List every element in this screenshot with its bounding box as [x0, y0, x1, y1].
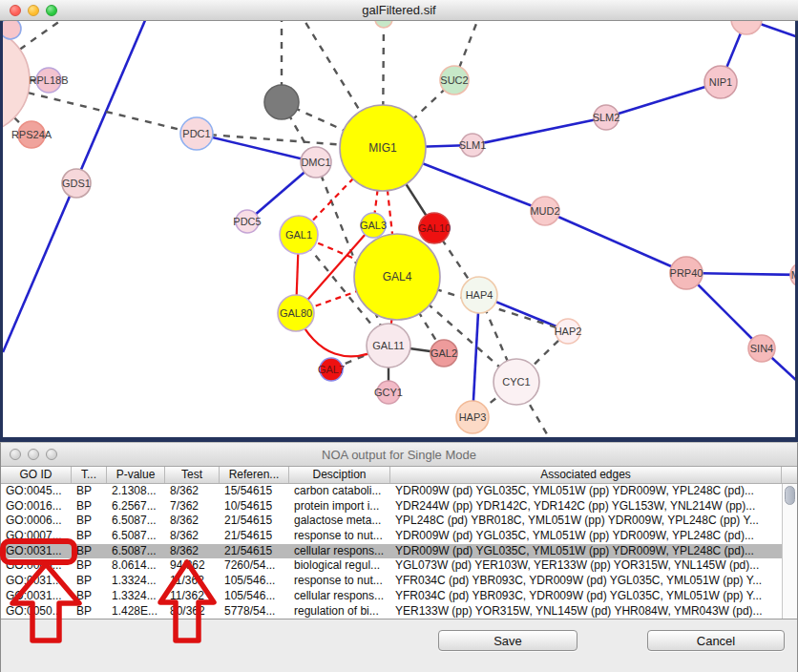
cell: 8/362 [165, 544, 220, 559]
table-header-row: GO IDT...P-valueTestReferen...Desciption… [1, 467, 797, 484]
cell: BP [72, 484, 107, 499]
node-label-GAL4: GAL4 [383, 270, 412, 284]
node-label-MSN: MSN [791, 269, 795, 281]
cell: 1.428E... [107, 604, 165, 620]
cell: GO:0031... [1, 574, 72, 589]
network-canvas[interactable]: RPL18BRPS24AGDS1PDC1MIG1SUC2SLM1DMC1NIP1… [0, 21, 798, 442]
cell: response to nut... [289, 574, 390, 589]
cell: 6.2567... [107, 499, 165, 514]
column-header-1[interactable]: T... [72, 467, 107, 483]
column-header-4[interactable]: Referen... [220, 467, 289, 483]
noa-window-titlebar: NOA output for Single Mode [1, 443, 797, 467]
node-label-GAL3: GAL3 [360, 220, 387, 231]
graph-window-titlebar: galFiltered.sif [0, 0, 798, 21]
cell: 10/54615 [220, 499, 289, 514]
cell: 7/362 [165, 499, 220, 514]
table-row-5[interactable]: GO:0065...BP8.0614...94/3627260/54...bio… [1, 558, 797, 574]
column-header-3[interactable]: Test [165, 467, 220, 483]
column-header-filler [782, 467, 797, 483]
node-label-PRP40: PRP40 [670, 267, 704, 279]
close-button[interactable] [10, 5, 21, 16]
node-label-GAL10: GAL10 [418, 222, 451, 234]
cell: 1.3324... [107, 589, 165, 604]
cell: protein import i... [289, 499, 390, 514]
node-label-GAL1: GAL1 [285, 229, 312, 241]
table-row-8[interactable]: GO:0050...BP1.428E...80/3625778/54...reg… [1, 604, 797, 620]
cell: YFR034C (pd) YBR093C, YDR009W (pd) YGL03… [390, 574, 782, 589]
node-topgreen[interactable] [375, 21, 392, 28]
cell: YDR009W (pd) YGL035C, YML051W (pp) YDR00… [390, 529, 782, 544]
node-label-GAL11: GAL11 [372, 340, 404, 351]
node-label-RPS24A: RPS24A [11, 129, 52, 140]
node-label-GAL2: GAL2 [430, 347, 457, 359]
cell: GO:0031... [1, 589, 72, 604]
column-header-0[interactable]: GO ID [1, 467, 72, 483]
node-label-SLM1: SLM1 [459, 139, 487, 151]
edge-pp_blue[interactable] [606, 82, 721, 117]
cell: 11/362 [165, 574, 220, 589]
cell: 5778/54... [220, 604, 289, 620]
cell: 6.5087... [107, 544, 165, 559]
cell: GO:0031... [1, 544, 72, 559]
node-toppink[interactable] [731, 21, 762, 34]
cell: YPL248C (pd) YBR018C, YML051W (pp) YDR00… [390, 514, 782, 529]
node-label-HAP3: HAP3 [459, 411, 487, 423]
cell: BP [72, 514, 107, 529]
node-label-MUD2: MUD2 [530, 205, 559, 217]
noa-window-title: NOA output for Single Mode [1, 443, 797, 467]
cell: BP [72, 589, 107, 604]
column-header-2[interactable]: P-value [107, 467, 165, 483]
cell: 94/362 [165, 558, 220, 574]
cell: YDR009W (pd) YGL035C, YML051W (pp) YDR00… [390, 544, 782, 559]
minimize-button[interactable] [28, 5, 39, 16]
node-label-HAP2: HAP2 [555, 326, 582, 337]
noa-results-table: GO IDT...P-valueTestReferen...Desciption… [1, 467, 797, 620]
save-button[interactable]: Save [438, 630, 578, 651]
table-row-4[interactable]: GO:0031...BP6.5087...8/36221/54615cellul… [1, 544, 797, 559]
table-row-6[interactable]: GO:0031...BP1.3324...11/362105/546...res… [1, 574, 797, 589]
node-label-SUC2: SUC2 [440, 74, 468, 86]
table-row-0[interactable]: GO:0045...BP2.1308...8/36215/54615carbon… [1, 484, 797, 499]
scrollbar-thumb[interactable] [785, 486, 795, 505]
vertical-scrollbar[interactable] [782, 484, 797, 619]
cell: carbon cataboli... [289, 484, 390, 499]
cell: YER133W (pp) YOR315W, YNL145W (pd) YHR08… [390, 604, 782, 620]
cell: 8/362 [165, 529, 220, 544]
cell: YFR034C (pd) YBR093C, YDR009W (pd) YGL03… [390, 589, 782, 604]
node-label-SLM2: SLM2 [593, 112, 620, 123]
table-row-3[interactable]: GO:0007...BP6.5087...8/36221/54615respon… [1, 529, 797, 544]
cancel-button[interactable]: Cancel [647, 630, 785, 651]
cell: response to nut... [289, 529, 390, 544]
node-bigleft[interactable] [3, 27, 30, 134]
table-row-7[interactable]: GO:0031...BP1.3324...11/362105/546...cel… [1, 589, 797, 604]
node-label-GAL80: GAL80 [280, 307, 312, 319]
noa-window: NOA output for Single Mode GO IDT...P-va… [0, 442, 798, 672]
cell: 6.5087... [107, 529, 165, 544]
node-graynode[interactable] [264, 85, 299, 119]
cell: 6.5087... [107, 514, 165, 529]
table-row-1[interactable]: GO:0016...BP6.2567...7/36210/54615protei… [1, 499, 797, 514]
cell: 15/54615 [220, 484, 289, 499]
minimize-button-inactive[interactable] [28, 449, 39, 460]
maximize-button[interactable] [46, 5, 57, 16]
close-button-inactive[interactable] [10, 449, 21, 460]
column-header-6[interactable]: Associated edges [390, 467, 782, 483]
edge-pp_blue[interactable] [545, 211, 686, 273]
node-label-MIG1: MIG1 [368, 141, 397, 155]
node-corner[interactable] [3, 21, 21, 39]
cell: 21/54615 [220, 514, 289, 529]
cell: 80/362 [165, 604, 220, 620]
cell: 21/54615 [220, 529, 289, 544]
maximize-button-inactive[interactable] [46, 449, 57, 460]
table-row-2[interactable]: GO:0006...BP6.5087...8/36221/54615galact… [1, 514, 797, 529]
cell: GO:0006... [1, 514, 72, 529]
column-header-5[interactable]: Desciption [289, 467, 390, 483]
graph-window-title: galFiltered.sif [0, 0, 798, 21]
edge-pp_blue[interactable] [472, 117, 606, 145]
cell: 2.1308... [107, 484, 165, 499]
cell: 7260/54... [220, 558, 289, 574]
network-svg[interactable]: RPL18BRPS24AGDS1PDC1MIG1SUC2SLM1DMC1NIP1… [3, 21, 795, 437]
cell: 105/546... [220, 574, 289, 589]
node-label-GCY1: GCY1 [374, 387, 403, 398]
cell: GO:0007... [1, 529, 72, 544]
